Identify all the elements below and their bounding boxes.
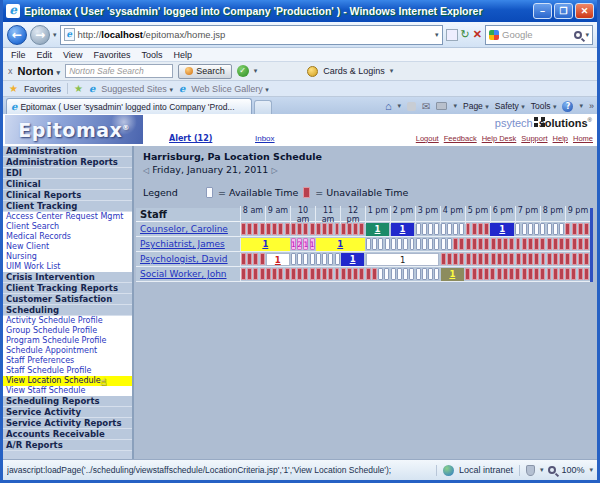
slot-unavailable[interactable] bbox=[272, 223, 277, 235]
slot-unavailable[interactable] bbox=[310, 268, 315, 280]
slot-unavailable[interactable] bbox=[484, 223, 489, 235]
slot-available[interactable] bbox=[366, 238, 371, 250]
slot-available[interactable] bbox=[403, 238, 408, 250]
slot-unavailable[interactable] bbox=[453, 253, 458, 265]
slot-unavailable[interactable] bbox=[441, 253, 446, 265]
slot-unavailable[interactable] bbox=[528, 253, 533, 265]
url-field[interactable]: e http://localhost/epitomax/home.jsp ▾ bbox=[60, 25, 443, 45]
slot-unavailable[interactable] bbox=[503, 253, 508, 265]
slot-unavailable[interactable] bbox=[541, 253, 546, 265]
slot-unavailable[interactable] bbox=[253, 253, 258, 265]
sidebar-item-scheduling-reports[interactable]: Scheduling Reports bbox=[3, 396, 132, 407]
slot-unavailable[interactable] bbox=[478, 253, 483, 265]
norton-close-icon[interactable]: x bbox=[8, 66, 13, 76]
slot-unavailable[interactable] bbox=[260, 253, 265, 265]
slot-unavailable[interactable] bbox=[547, 238, 552, 250]
menu-tools[interactable]: Tools bbox=[141, 50, 162, 60]
slot-unavailable[interactable] bbox=[247, 223, 252, 235]
norton-safety-dropdown-icon[interactable]: ▾ bbox=[254, 67, 258, 75]
slot-unavailable[interactable] bbox=[266, 223, 271, 235]
slot-unavailable[interactable] bbox=[553, 268, 558, 280]
sidebar-item-crisis-intervention[interactable]: Crisis Intervention bbox=[3, 272, 132, 283]
slot-unavailable[interactable] bbox=[491, 238, 496, 250]
slot-available[interactable] bbox=[291, 253, 296, 265]
slot-booked[interactable]: 1 bbox=[291, 238, 296, 250]
sidebar-item-access-center-request-mgmt[interactable]: Access Center Request Mgmt bbox=[3, 212, 132, 222]
slot-unavailable[interactable] bbox=[584, 238, 589, 250]
slot-unavailable[interactable] bbox=[328, 223, 333, 235]
slot-unavailable[interactable] bbox=[565, 223, 570, 235]
sidebar-item-staff-preferences[interactable]: Staff Preferences bbox=[3, 356, 132, 366]
slot-unavailable[interactable] bbox=[559, 253, 564, 265]
search-icon[interactable] bbox=[574, 31, 582, 39]
new-tab-button[interactable] bbox=[254, 100, 272, 114]
slot-unavailable[interactable] bbox=[565, 253, 570, 265]
slot-unavailable[interactable] bbox=[310, 223, 315, 235]
slot-unavailable[interactable] bbox=[466, 253, 471, 265]
sidebar-item-client-tracking-reports[interactable]: Client Tracking Reports bbox=[3, 283, 132, 294]
slot-booked[interactable]: 1 bbox=[310, 238, 315, 250]
slot-unavailable[interactable] bbox=[522, 268, 527, 280]
tools-menu[interactable]: Tools ▾ bbox=[531, 101, 557, 111]
slot-unavailable[interactable] bbox=[253, 223, 258, 235]
cards-logins-label[interactable]: Cards & Logins bbox=[323, 66, 385, 76]
link-help[interactable]: Help bbox=[553, 134, 568, 143]
slot-unavailable[interactable] bbox=[472, 238, 477, 250]
appointment-block[interactable]: 1 bbox=[490, 223, 514, 236]
slot-available[interactable] bbox=[441, 238, 446, 250]
history-dropdown-icon[interactable]: ▾ bbox=[53, 31, 57, 39]
slot-available[interactable] bbox=[416, 268, 421, 280]
slot-unavailable[interactable] bbox=[515, 268, 520, 280]
slot-unavailable[interactable] bbox=[459, 253, 464, 265]
slot-available[interactable] bbox=[322, 253, 327, 265]
alert-link[interactable]: Alert (12) bbox=[169, 134, 212, 143]
menu-help[interactable]: Help bbox=[173, 50, 192, 60]
slot-unavailable[interactable] bbox=[285, 268, 290, 280]
slot-unavailable[interactable] bbox=[291, 268, 296, 280]
slot-unavailable[interactable] bbox=[503, 268, 508, 280]
sidebar-item-nursing[interactable]: Nursing bbox=[3, 252, 132, 262]
search-box[interactable]: Google ▾ bbox=[485, 25, 593, 45]
slot-unavailable[interactable] bbox=[522, 238, 527, 250]
slot-unavailable[interactable] bbox=[497, 238, 502, 250]
slot-unavailable[interactable] bbox=[466, 223, 471, 235]
slot-unavailable[interactable] bbox=[372, 268, 377, 280]
slot-unavailable[interactable] bbox=[528, 268, 533, 280]
slot-available[interactable] bbox=[428, 223, 433, 235]
norton-safety-icon[interactable]: ✓ bbox=[237, 65, 249, 77]
zoom-level[interactable]: 100% bbox=[561, 465, 584, 475]
slot-unavailable[interactable] bbox=[316, 223, 321, 235]
slot-available[interactable] bbox=[397, 268, 402, 280]
slot-available[interactable] bbox=[447, 238, 452, 250]
slot-unavailable[interactable] bbox=[241, 223, 246, 235]
slot-available[interactable] bbox=[422, 268, 427, 280]
slot-available[interactable] bbox=[534, 223, 539, 235]
slot-available[interactable] bbox=[378, 268, 383, 280]
page-menu[interactable]: Page ▾ bbox=[463, 101, 489, 111]
slot-unavailable[interactable] bbox=[341, 223, 346, 235]
slot-unavailable[interactable] bbox=[572, 223, 577, 235]
norton-search-input[interactable]: Norton Safe Search bbox=[65, 64, 173, 78]
menu-file[interactable]: File bbox=[11, 50, 26, 60]
slot-unavailable[interactable] bbox=[453, 238, 458, 250]
slot-unavailable[interactable] bbox=[459, 238, 464, 250]
link-help-desk[interactable]: Help Desk bbox=[482, 134, 517, 143]
slot-unavailable[interactable] bbox=[322, 223, 327, 235]
slot-unavailable[interactable] bbox=[322, 268, 327, 280]
slot-unavailable[interactable] bbox=[347, 268, 352, 280]
slot-unavailable[interactable] bbox=[472, 253, 477, 265]
slot-available[interactable] bbox=[422, 238, 427, 250]
slot-available[interactable] bbox=[547, 223, 552, 235]
norton-search-button[interactable]: Search bbox=[178, 64, 232, 79]
link-home[interactable]: Home bbox=[573, 134, 593, 143]
slot-unavailable[interactable] bbox=[491, 253, 496, 265]
prev-day-icon[interactable]: ◁ bbox=[143, 166, 149, 175]
sidebar-item-clinical-reports[interactable]: Clinical Reports bbox=[3, 190, 132, 201]
slot-available[interactable] bbox=[372, 238, 377, 250]
slot-unavailable[interactable] bbox=[571, 268, 576, 280]
appointment-block[interactable]: 1 bbox=[391, 223, 415, 236]
slot-unavailable[interactable] bbox=[503, 238, 508, 250]
slot-unavailable[interactable] bbox=[547, 253, 552, 265]
slot-unavailable[interactable] bbox=[241, 253, 246, 265]
slot-available[interactable] bbox=[409, 268, 414, 280]
